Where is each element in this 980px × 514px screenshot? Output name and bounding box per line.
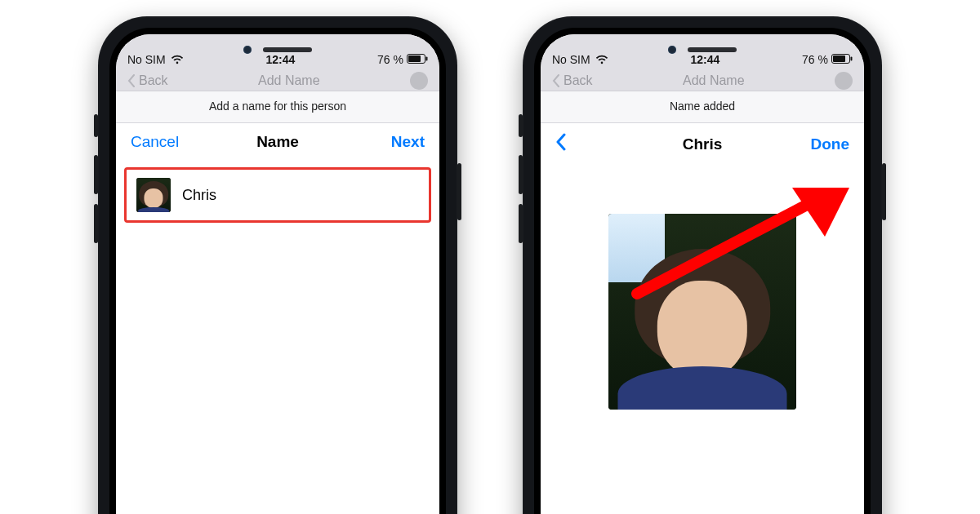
volume-up-button[interactable] xyxy=(519,155,523,194)
volume-up-button[interactable] xyxy=(94,155,98,194)
sheet-nav: Cancel Name Next xyxy=(116,123,439,161)
person-name-label: Chris xyxy=(182,187,216,204)
next-button[interactable]: Next xyxy=(351,133,425,151)
sheet-nav: Chris Done xyxy=(541,123,864,165)
battery-percent-label: 76 % xyxy=(377,53,403,66)
phone-notch xyxy=(668,46,737,54)
person-photo xyxy=(608,214,796,410)
carrier-label: No SIM xyxy=(552,53,590,66)
svg-rect-1 xyxy=(408,55,421,62)
cancel-button[interactable]: Cancel xyxy=(131,133,204,151)
chevron-left-icon xyxy=(127,74,136,87)
behind-title: Add Name xyxy=(258,73,320,88)
sheet-title: Name xyxy=(256,133,299,151)
person-thumbnail xyxy=(136,178,171,212)
underlying-nav: Back Add Name xyxy=(116,70,439,91)
behind-back-label: Back xyxy=(139,73,168,88)
behind-avatar xyxy=(410,72,428,90)
wifi-icon xyxy=(171,55,184,64)
svg-rect-2 xyxy=(425,57,427,61)
done-button[interactable]: Done xyxy=(776,135,849,153)
suggested-person-row[interactable]: Chris xyxy=(124,167,431,223)
svg-rect-4 xyxy=(833,55,845,62)
phone-right: No SIM 12:44 76 % xyxy=(523,16,882,514)
sheet-title: Chris xyxy=(683,135,723,153)
volume-down-button[interactable] xyxy=(519,204,523,243)
sheet-banner: Add a name for this person xyxy=(116,91,439,123)
behind-back-label: Back xyxy=(564,73,593,88)
phone-left: No SIM 12:44 76 % xyxy=(98,16,457,514)
battery-icon xyxy=(407,53,428,66)
battery-percent-label: 76 % xyxy=(802,53,828,66)
mute-switch[interactable] xyxy=(94,114,98,137)
wifi-icon xyxy=(595,55,608,64)
volume-down-button[interactable] xyxy=(94,204,98,243)
earpiece-speaker xyxy=(263,47,312,52)
behind-title: Add Name xyxy=(683,73,745,88)
back-button[interactable] xyxy=(555,133,629,155)
carrier-label: No SIM xyxy=(127,53,166,66)
mute-switch[interactable] xyxy=(519,114,523,137)
clock-label: 12:44 xyxy=(690,53,719,66)
chevron-left-icon xyxy=(552,74,560,87)
underlying-nav: Back Add Name xyxy=(541,70,864,91)
battery-icon xyxy=(831,53,853,66)
front-camera-icon xyxy=(243,46,252,54)
svg-rect-5 xyxy=(850,57,852,61)
chevron-left-icon xyxy=(555,133,567,151)
earpiece-speaker xyxy=(688,47,737,52)
power-button[interactable] xyxy=(882,163,886,220)
power-button[interactable] xyxy=(457,163,461,220)
sheet-banner: Name added xyxy=(541,91,864,123)
phone-notch xyxy=(243,46,312,54)
behind-avatar xyxy=(835,72,853,90)
clock-label: 12:44 xyxy=(265,53,295,66)
front-camera-icon xyxy=(668,46,676,54)
